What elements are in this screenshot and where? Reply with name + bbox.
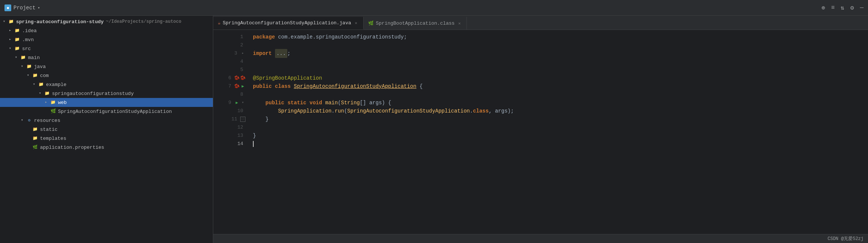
kw-class-7: class xyxy=(275,82,291,90)
tab-java-icon: ☕ xyxy=(218,20,220,26)
minimize-icon[interactable]: — xyxy=(860,4,864,11)
code-line-1: package com.example.springautoconfigurat… xyxy=(253,33,868,41)
root-path: ~/IdeaProjects/spring-autoco xyxy=(106,19,181,24)
sidebar-item-mvn[interactable]: 📁 .mvn xyxy=(0,35,213,44)
semicolon-1: ; xyxy=(404,33,407,41)
semicolon-3: ; xyxy=(287,49,290,58)
java-arrow xyxy=(21,65,26,68)
spring-app-label: SpringAutoconfigurationStudyApplication xyxy=(58,109,172,114)
main-layout: 📁 spring-autoconfiguration-study ~/IdeaP… xyxy=(0,16,868,243)
structure-icon[interactable]: ≡ xyxy=(831,4,835,11)
java-folder-icon: 📁 xyxy=(26,64,32,70)
mvn-arrow xyxy=(9,38,14,41)
mvn-folder-icon: 📁 xyxy=(14,37,20,43)
resources-label: resources xyxy=(34,118,60,123)
bean-icon-6a[interactable]: 🫘 xyxy=(234,76,239,81)
sidebar-item-idea[interactable]: 📁 .idea xyxy=(0,26,213,35)
sidebar-item-web[interactable]: 📁 web xyxy=(0,98,213,107)
ln-8: 8 xyxy=(233,90,243,99)
ln-3: 3 xyxy=(227,49,237,58)
status-text: CSDN @无爱52zj xyxy=(828,236,864,242)
classname-spring-auto-2: SpringAutoconfigurationStudyApplication xyxy=(347,107,470,115)
sidebar-item-templates[interactable]: 📁 templates xyxy=(0,134,213,143)
gutter-row-1: 1 xyxy=(213,33,247,41)
sidebar-item-example[interactable]: 📁 example xyxy=(0,80,213,89)
src-label: src xyxy=(22,46,31,51)
sidebar-item-main[interactable]: 📁 main xyxy=(0,53,213,62)
src-folder-icon: 📁 xyxy=(14,46,20,52)
ln-2: 2 xyxy=(233,41,243,49)
gutter-row-4: 4 xyxy=(213,58,247,66)
run-args-open: ( xyxy=(344,107,347,115)
tab-java-label: SpringAutoconfigurationStudyApplication.… xyxy=(223,20,351,26)
kw-void-9: void xyxy=(309,99,322,107)
root-icon: 📁 xyxy=(8,19,14,25)
status-bar: CSDN @无爱52zj xyxy=(213,234,868,243)
tree-root[interactable]: 📁 spring-autoconfiguration-study ~/IdeaP… xyxy=(0,17,213,26)
com-folder-icon: 📁 xyxy=(32,73,38,79)
gutter-row-13: 13 xyxy=(213,132,247,140)
example-label: example xyxy=(46,82,67,87)
sidebar-item-com[interactable]: 📁 com xyxy=(0,71,213,80)
hierarchy-icon[interactable]: ⇅ xyxy=(841,4,844,12)
indent-10 xyxy=(253,107,278,115)
web-label: web xyxy=(58,100,67,105)
bean-icon-7[interactable]: 🫘 xyxy=(234,84,239,89)
annotation-springbootapp: @SpringBootApplication xyxy=(253,74,322,82)
resources-folder-icon: ⚙ xyxy=(26,117,32,123)
sidebar-item-src[interactable]: 📁 src xyxy=(0,44,213,53)
example-folder-icon: 📁 xyxy=(38,81,44,87)
dot-class: . xyxy=(470,107,473,115)
code-line-13: } xyxy=(253,132,868,140)
tab-class-close[interactable]: ✕ xyxy=(457,21,462,26)
gutter-row-7: 7 🫘 ▶ xyxy=(213,82,247,90)
brace-close-11: } xyxy=(266,115,269,123)
tab-spring-app-java[interactable]: ☕ SpringAutoconfigurationStudyApplicatio… xyxy=(213,17,364,30)
indent-9 xyxy=(253,99,266,107)
code-editor[interactable]: 1 2 3 ▸ 4 5 xyxy=(213,30,868,234)
sidebar-item-spring-app[interactable]: 🌿 SpringAutoconfigurationStudyApplicatio… xyxy=(0,107,213,116)
properties-icon: 🌿 xyxy=(32,144,38,150)
spring-app-icon: 🌿 xyxy=(50,108,56,114)
method-run: run xyxy=(334,107,344,115)
run-icon-9[interactable]: ▶ xyxy=(234,100,239,105)
dot-run: . xyxy=(331,107,334,115)
sidebar-item-springauto[interactable]: 📁 springautoconfigurationstudy xyxy=(0,89,213,98)
code-line-7: public class SpringAutoconfigurationStud… xyxy=(253,82,868,90)
bean-icon-6b[interactable]: 🫘 xyxy=(240,76,245,81)
tab-spring-boot-class[interactable]: 🌿 SpringBootApplication.class ✕ xyxy=(364,17,467,30)
sidebar-item-java[interactable]: 📁 java xyxy=(0,62,213,71)
navigate-icon[interactable]: ⊕ xyxy=(822,4,825,12)
sidebar-item-resources[interactable]: ⚙ resources xyxy=(0,116,213,125)
ln-14: 14 xyxy=(233,140,243,148)
sidebar-item-static[interactable]: 📁 static xyxy=(0,125,213,134)
pkg-name: com.example.springautoconfigurationstudy xyxy=(278,33,404,41)
fold-icon-11[interactable]: □ xyxy=(240,117,245,122)
editor-area: ☕ SpringAutoconfigurationStudyApplicatio… xyxy=(213,16,868,243)
ln-11: 11 xyxy=(227,115,237,123)
fold-icon-3[interactable]: ▸ xyxy=(240,51,245,56)
root-arrow xyxy=(3,20,8,24)
kw-class-10: class xyxy=(473,107,489,115)
top-bar: ◼ Project ▾ ⊕ ≡ ⇅ ⚙ — xyxy=(0,0,868,16)
settings-icon[interactable]: ⚙ xyxy=(850,4,854,12)
tab-java-close[interactable]: ✕ xyxy=(354,20,359,25)
gutter-row-9: 9 ▶ ▾ xyxy=(213,99,247,107)
sidebar-item-app-properties[interactable]: 🌿 application.properties xyxy=(0,143,213,152)
springauto-arrow xyxy=(39,92,44,95)
code-content: package com.example.springautoconfigurat… xyxy=(247,30,868,234)
code-line-4 xyxy=(253,58,868,66)
run-icon-7[interactable]: ▶ xyxy=(240,84,245,89)
project-icon: ◼ xyxy=(4,4,11,11)
args-close: , args); xyxy=(489,107,514,115)
ln-4: 4 xyxy=(233,58,243,66)
springauto-label: springautoconfigurationstudy xyxy=(52,91,134,96)
kw-public-9: public xyxy=(266,99,284,107)
gutter-row-10: 10 xyxy=(213,107,247,115)
main-label: main xyxy=(28,55,40,60)
project-menu[interactable]: ◼ Project ▾ xyxy=(4,4,40,11)
code-line-11: } xyxy=(253,115,868,123)
code-line-5 xyxy=(253,66,868,74)
classname-springauto: SpringAutoconfigurationStudyApplication xyxy=(294,82,416,90)
fold-icon-9[interactable]: ▾ xyxy=(240,100,245,105)
